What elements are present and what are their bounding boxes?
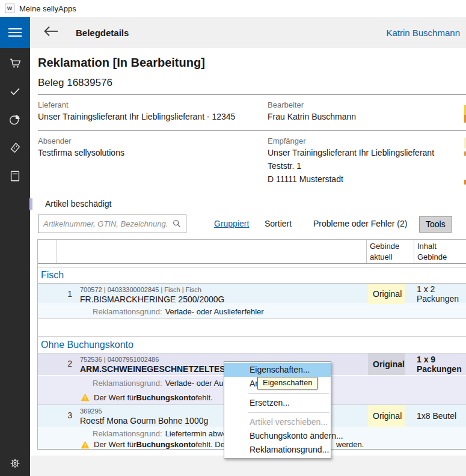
row-number: 2 — [38, 353, 76, 375]
hamburger-menu-icon[interactable] — [0, 17, 30, 48]
row-number: 3 — [38, 405, 76, 427]
gebinde-chip[interactable]: Original — [368, 284, 405, 304]
window-titlebar: W Meine sellyApps — [0, 0, 466, 17]
checkmark-icon[interactable] — [8, 85, 22, 98]
status-tag-bar — [29, 198, 32, 210]
warning-text-bold: Buchungskonto — [136, 440, 196, 449]
divider — [38, 94, 466, 95]
gebinde-chip[interactable]: Original — [368, 405, 405, 427]
field-value-empfaenger-line1: Unser Trainingslieferant Ihr Lieblingsli… — [268, 148, 434, 157]
settings-gear-icon[interactable] — [8, 457, 22, 470]
page-header: Belegdetails Katrin Buschmann — [30, 17, 466, 48]
field-value-empfaenger-line2: Teststr. 1 — [268, 161, 301, 171]
footer-strip — [30, 456, 466, 476]
menu-item-artikel-verschieben: Artikel verschieben... — [224, 415, 331, 429]
field-value-absender: Testfirma sellysolutions — [38, 148, 124, 157]
field-value-lieferant: Unser Trainingslieferant Ihr Lieblingsli… — [38, 112, 235, 121]
column-header-empty — [38, 240, 57, 263]
table-row[interactable]: 1 700572 | 04033300002845 | Fisch | Fisc… — [38, 283, 466, 304]
reason-label: Reklamationsgrund: — [93, 379, 162, 388]
tag-icon[interactable] — [8, 141, 22, 154]
column-header-article — [57, 240, 366, 263]
inhalt-cell: 1 x 9 Packungen — [414, 353, 466, 375]
warning-text-pre: Der Wert für — [94, 393, 136, 402]
menu-separator — [248, 412, 329, 413]
search-input[interactable] — [38, 215, 186, 233]
reason-label: Reklamationsgrund: — [93, 307, 162, 316]
back-arrow-icon[interactable] — [43, 25, 59, 40]
search-icon[interactable] — [173, 219, 181, 230]
table-header-row: Gebinde aktuell Inhalt Gebinde — [38, 240, 466, 264]
status-tag-label: Artikel beschädigt — [45, 199, 112, 209]
app-icon: W — [5, 4, 14, 13]
document-number: Beleg 16839576 — [38, 77, 112, 89]
view-toggle-probleme[interactable]: Probleme oder Fehler (2) — [313, 219, 407, 228]
menu-item-ersetzen[interactable]: Ersetzen... — [224, 396, 331, 410]
reason-value: Verlade- oder Auslieferfehler — [165, 307, 264, 316]
pie-chart-icon[interactable] — [8, 113, 22, 126]
document-title: Reklamation [In Bearbeitung] — [38, 56, 205, 70]
group-header-fisch[interactable]: Fisch — [38, 267, 466, 283]
page-title: Belegdetails — [76, 28, 129, 38]
book-icon[interactable] — [8, 169, 22, 183]
column-header-gebinde: Gebinde aktuell — [366, 240, 414, 263]
menu-item-reklamationsgrund[interactable]: Reklamationsgrund... — [224, 443, 331, 457]
warning-icon — [81, 393, 90, 401]
warning-icon — [81, 441, 90, 449]
field-label-absender: Absender — [38, 136, 72, 145]
tooltip: Eigenschaften — [257, 377, 317, 389]
context-menu: Eigenschaften... Artikel... Ersetzen... … — [224, 361, 331, 459]
cart-icon[interactable] — [8, 56, 22, 70]
menu-item-buchungskonto-aendern[interactable]: Buchungskonto ändern... — [224, 429, 331, 443]
warning-text-pre: Der Wert für — [94, 440, 136, 449]
article-name: FR.BISMARCKHERINGE 2500/2000G — [80, 294, 366, 304]
view-toggle-sortiert[interactable]: Sortiert — [265, 219, 292, 228]
field-label-empfaenger: Empfänger — [268, 136, 306, 145]
inhalt-cell: 1 x 2 Packungen — [414, 284, 466, 304]
article-meta: 700572 | 04033300002845 | Fisch | Fisch — [80, 286, 366, 293]
warning-text-post: fehlt. — [196, 393, 213, 402]
reason-subrow: Reklamationsgrund: Verlade- oder Auslief… — [38, 304, 466, 319]
inhalt-cell: 1x8 Beutel — [414, 405, 466, 427]
menu-item-eigenschaften[interactable]: Eigenschaften... — [224, 363, 331, 377]
divider — [38, 130, 466, 131]
tools-button[interactable]: Tools — [419, 216, 452, 233]
column-header-inhalt: Inhalt Gebinde — [414, 240, 466, 263]
field-value-bearbeiter: Frau Katrin Buschmann — [268, 112, 356, 121]
user-name-link[interactable]: Katrin Buschmann — [386, 28, 460, 38]
search-box — [38, 215, 186, 233]
view-toggle-gruppiert[interactable]: Gruppiert — [214, 219, 249, 228]
field-value-empfaenger-line3: D 11111 Musterstadt — [268, 174, 343, 184]
field-label-bearbeiter: Bearbeiter — [268, 100, 304, 109]
reason-label: Reklamationsgrund: — [93, 429, 162, 438]
warning-text-bold: Buchungskonto — [136, 393, 196, 402]
nav-rail — [0, 17, 30, 476]
row-number: 1 — [38, 284, 76, 304]
window-title: Meine sellyApps — [19, 4, 76, 13]
group-header-ohne-buchungskonto[interactable]: Ohne Buchungskonto — [38, 336, 466, 353]
field-label-lieferant: Lieferant — [38, 100, 69, 109]
menu-separator — [248, 393, 329, 394]
gebinde-chip[interactable]: Original — [368, 353, 405, 375]
